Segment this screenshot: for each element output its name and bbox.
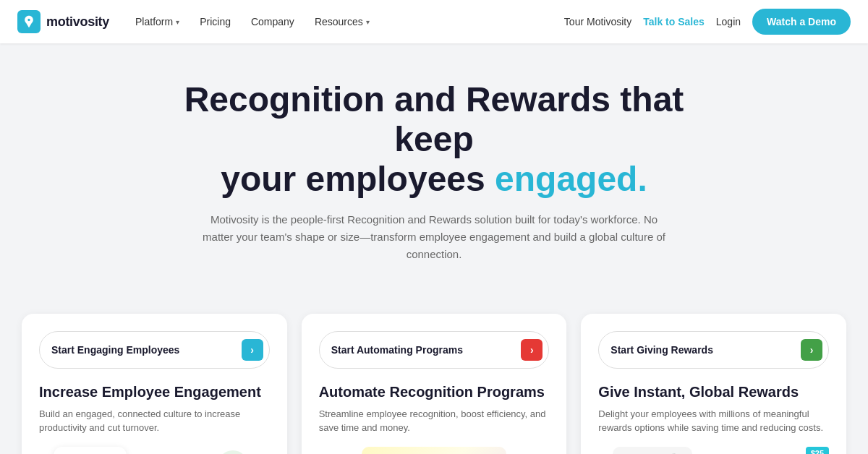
card1-illustration: Appreciation 👥 👩 Recognized for "Team Sp… [39,447,270,454]
card1-arrow-icon: › [242,339,263,361]
logo-text: motivosity [46,14,109,30]
nav-talk[interactable]: Talk to Sales [643,16,705,27]
card2-illustration: 🎁 👍 👤 [319,447,550,454]
hero-title: Recognition and Rewards that keep your e… [145,80,723,200]
nav-tour[interactable]: Tour Motivosity [564,16,631,27]
navbar: motivosity Platform ▾ Pricing Company Re… [0,0,868,43]
platform-chevron-icon: ▾ [176,18,179,26]
nav-pricing[interactable]: Pricing [191,10,239,33]
hero-subtitle: Motivosity is the people-first Recogniti… [203,211,665,263]
card3-cta-button[interactable]: Start Giving Rewards › [598,331,829,369]
reward-item-fitness: ❤️ 🏋️ $35 [598,447,692,454]
nav-login[interactable]: Login [716,16,741,27]
card2-cta-button[interactable]: Start Automating Programs › [319,331,550,369]
card1-desc: Build an engaged, connected culture to i… [39,407,270,435]
card3-arrow-icon: › [801,339,822,361]
logo-icon [17,10,41,33]
card2-bg [362,447,506,454]
card2-heading: Automate Recognition Programs [319,383,550,401]
card1-heading: Increase Employee Engagement [39,383,270,401]
demo-button[interactable]: Watch a Demo [752,9,851,35]
card2-desc: Streamline employee recognition, boost e… [319,407,550,435]
card2-arrow-icon: › [521,339,542,361]
appreciation-bubble: Appreciation [54,447,127,454]
reward-item-giftcard: 🎮 $25 [757,447,829,454]
card-rewards: Start Giving Rewards › Give Instant, Glo… [581,314,846,454]
cards-row: Start Engaging Employees › Increase Empl… [0,314,868,454]
card-engagement: Start Engaging Employees › Increase Empl… [22,314,287,454]
nav-company[interactable]: Company [242,10,303,33]
card-automation: Start Automating Programs › Automate Rec… [302,314,567,454]
card3-desc: Delight your employees with millions of … [598,407,829,435]
card3-heading: Give Instant, Global Rewards [598,383,829,401]
nav-right: Tour Motivosity Talk to Sales Login Watc… [564,9,851,35]
hero-section: Recognition and Rewards that keep your e… [0,43,868,292]
fitness-card: 🏋️ [613,447,692,454]
price-badge-25: $25 [806,447,829,454]
card3-illustration: ❤️ 🏋️ $35 🎮 $25 [598,447,829,454]
nav-platform[interactable]: Platform ▾ [127,10,188,33]
nav-resources[interactable]: Resources ▾ [306,10,378,33]
nav-links: Platform ▾ Pricing Company Resources ▾ [127,10,564,33]
resources-chevron-icon: ▾ [366,18,370,26]
people-icon: 👥 [218,450,248,454]
logo[interactable]: motivosity [17,10,109,33]
card1-cta-button[interactable]: Start Engaging Employees › [39,331,270,369]
